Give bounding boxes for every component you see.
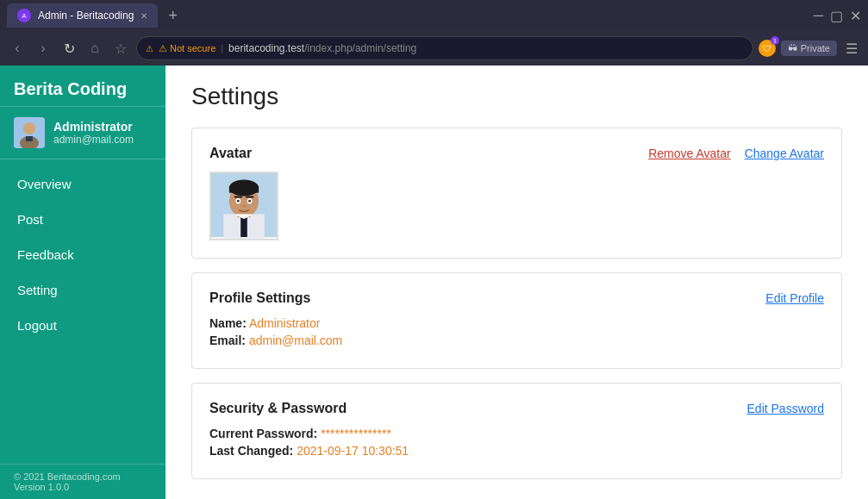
tab-favicon: A xyxy=(17,9,31,22)
avatar-image xyxy=(14,117,45,148)
tab-title: Admin - Beritacoding xyxy=(38,9,134,22)
email-value: admin@mail.com xyxy=(249,334,342,347)
security-card: Security & Password Edit Password Curren… xyxy=(191,383,842,479)
avatar-card-header: Avatar Remove Avatar Change Avatar xyxy=(209,146,824,161)
remove-avatar-button[interactable]: Remove Avatar xyxy=(648,147,730,160)
sidebar-user-email: admin@mail.com xyxy=(53,134,134,146)
security-card-title: Security & Password xyxy=(209,401,347,416)
name-label: Name: xyxy=(209,316,247,330)
sidebar-item-post[interactable]: Post xyxy=(0,202,165,237)
sidebar-username: Administrator xyxy=(53,120,134,134)
avatar-preview-svg xyxy=(211,172,277,239)
sidebar-item-logout[interactable]: Logout xyxy=(0,308,165,343)
app-layout: Berita Coding Administrator admin@mail xyxy=(0,65,868,499)
new-tab-button[interactable]: + xyxy=(163,7,183,25)
svg-rect-16 xyxy=(246,196,254,198)
not-secure-label: ⚠ Not secure xyxy=(159,43,215,54)
browser-controls: ‹ › ↻ ⌂ ☆ ⚠ ⚠ Not secure | beritacoding.… xyxy=(0,31,868,65)
avatar-card-title: Avatar xyxy=(209,146,252,161)
svg-rect-3 xyxy=(26,136,33,141)
url-host: beritacoding.test xyxy=(228,42,304,54)
svg-rect-15 xyxy=(234,196,243,198)
sidebar-item-setting[interactable]: Setting xyxy=(0,272,165,308)
avatar-preview-image xyxy=(211,173,277,239)
browser-menu-button[interactable]: ☰ xyxy=(842,41,861,57)
sidebar-user-section: Administrator admin@mail.com xyxy=(0,107,165,159)
address-bar[interactable]: ⚠ ⚠ Not secure | beritacoding.test/index… xyxy=(136,36,753,60)
change-avatar-button[interactable]: Change Avatar xyxy=(745,147,824,160)
close-button[interactable]: ✕ xyxy=(850,8,861,24)
back-button[interactable]: ‹ xyxy=(7,41,28,56)
private-mode-badge: 🕶 Private xyxy=(781,41,837,56)
security-info: Current Password: *************** Last C… xyxy=(209,427,824,458)
tab-close-button[interactable]: ✕ xyxy=(141,11,147,21)
bookmark-button[interactable]: ☆ xyxy=(110,41,131,57)
security-warning-icon: ⚠ xyxy=(146,44,153,53)
avatar-card: Avatar Remove Avatar Change Avatar xyxy=(191,128,842,259)
avatar-card-actions: Remove Avatar Change Avatar xyxy=(648,147,824,160)
sidebar-footer: © 2021 Beritacoding.com Version 1.0.0 xyxy=(0,464,165,499)
email-label: Email: xyxy=(209,334,246,347)
last-changed-row: Last Changed: 2021-09-17 10:30:51 xyxy=(209,444,824,458)
edit-password-button[interactable]: Edit Password xyxy=(747,402,824,415)
maximize-button[interactable]: ▢ xyxy=(830,8,843,24)
shield-badge: 3 xyxy=(771,36,779,45)
svg-point-1 xyxy=(23,122,35,134)
profile-card-header: Profile Settings Edit Profile xyxy=(209,290,824,306)
page-title: Settings xyxy=(191,83,842,110)
browser-titlebar: A Admin - Beritacoding ✕ + ─ ▢ ✕ xyxy=(0,0,868,31)
forward-button[interactable]: › xyxy=(33,41,53,56)
sunglasses-icon: 🕶 xyxy=(788,43,797,53)
brave-shield-button[interactable]: 🛡 3 xyxy=(759,40,776,57)
sidebar: Berita Coding Administrator admin@mail xyxy=(0,65,165,499)
sidebar-item-overview[interactable]: Overview xyxy=(0,166,165,202)
sidebar-avatar xyxy=(14,117,45,148)
svg-point-14 xyxy=(248,200,251,203)
svg-rect-10 xyxy=(229,186,259,193)
url-separator: | xyxy=(221,43,223,53)
home-button[interactable]: ⌂ xyxy=(84,41,105,56)
svg-point-17 xyxy=(242,205,246,207)
private-label: Private xyxy=(801,43,830,53)
sidebar-item-feedback[interactable]: Feedback xyxy=(0,237,165,272)
current-password-value: *************** xyxy=(321,427,391,440)
current-password-label: Current Password: xyxy=(209,427,317,440)
profile-card-title: Profile Settings xyxy=(209,290,310,306)
avatar-preview xyxy=(209,172,278,240)
url-path: /index.php/admin/setting xyxy=(304,42,416,54)
browser-tab[interactable]: A Admin - Beritacoding ✕ xyxy=(7,3,158,28)
sidebar-brand: Berita Coding xyxy=(0,65,165,107)
security-card-header: Security & Password Edit Password xyxy=(209,401,824,416)
current-password-row: Current Password: *************** xyxy=(209,427,824,440)
url-display: beritacoding.test/index.php/admin/settin… xyxy=(228,42,416,54)
last-changed-label: Last Changed: xyxy=(209,444,293,458)
user-avatar-svg xyxy=(14,117,45,148)
profile-name-row: Name: Administrator xyxy=(209,316,824,330)
name-value: Administrator xyxy=(249,316,320,330)
edit-profile-button[interactable]: Edit Profile xyxy=(765,291,824,305)
last-changed-value: 2021-09-17 10:30:51 xyxy=(297,444,409,458)
profile-settings-card: Profile Settings Edit Profile Name: Admi… xyxy=(191,272,842,369)
profile-email-row: Email: admin@mail.com xyxy=(209,334,824,347)
sidebar-user-info: Administrator admin@mail.com xyxy=(53,120,134,146)
profile-info: Name: Administrator Email: admin@mail.co… xyxy=(209,316,824,347)
main-content: Settings Avatar Remove Avatar Change Ava… xyxy=(165,65,868,499)
reload-button[interactable]: ↻ xyxy=(59,41,79,57)
minimize-button[interactable]: ─ xyxy=(814,8,823,23)
sidebar-nav: Overview Post Feedback Setting Logout xyxy=(0,159,165,464)
svg-point-13 xyxy=(237,200,240,203)
